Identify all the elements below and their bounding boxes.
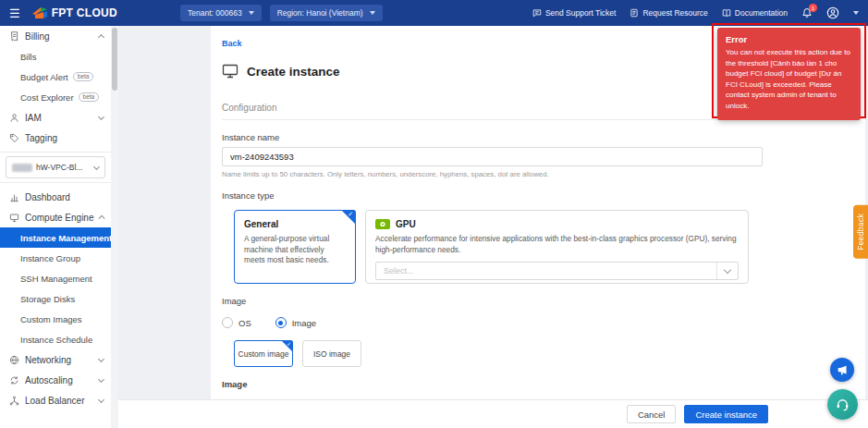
user-avatar-button[interactable] (826, 6, 839, 19)
chevron-down-icon (98, 375, 104, 382)
cancel-button[interactable]: Cancel (627, 405, 677, 423)
request-resource-icon (630, 8, 639, 18)
app-window: ☰ FPT CLOUD Tenant: 000663 Region: Hanoi… (0, 0, 868, 428)
beta-badge: beta (73, 72, 94, 82)
sidebar-divider (0, 152, 111, 153)
chevron-up-icon (98, 215, 104, 222)
radio-image-label: Image (292, 318, 316, 328)
sidebar-item-instance-group[interactable]: Instance Group (0, 248, 111, 268)
page-title: Create instance (247, 65, 340, 79)
chevron-down-icon (98, 113, 104, 119)
fpt-cloud-logo[interactable]: FPT CLOUD (32, 6, 117, 19)
sidebar-item-label: Instance Management (20, 233, 111, 243)
sidebar-navigation: Billing Bills Budget Alert beta Cost Exp… (0, 26, 111, 428)
sidebar-item-custom-images[interactable]: Custom Images (0, 309, 111, 329)
radio-os[interactable]: OS (222, 317, 251, 328)
image-section-label: Image (222, 296, 854, 306)
user-avatar-icon (826, 6, 839, 19)
sidebar-item-label: Autoscaling (25, 375, 73, 385)
check-icon: ✓ (348, 211, 353, 217)
sidebar-item-tagging[interactable]: Tagging (0, 128, 111, 148)
instance-name-input[interactable] (222, 147, 763, 166)
hamburger-menu-icon[interactable]: ☰ (9, 7, 20, 19)
sidebar-item-instance-schedule[interactable]: Instance Schedule (0, 329, 111, 349)
sidebar-item-label: Bills (20, 52, 36, 62)
brand-name: FPT CLOUD (52, 6, 117, 19)
sidebar-item-label: Compute Engine (25, 213, 94, 223)
chevron-down-icon (98, 396, 104, 402)
tab-iso-image-label: ISO image (313, 349, 350, 359)
sidebar-item-budget-alert[interactable]: Budget Alert beta (0, 67, 111, 87)
sidebar-item-billing[interactable]: Billing (0, 26, 111, 46)
image-type-tabs: ✓ Custom image ISO image (234, 340, 854, 367)
sidebar-item-label: SSH Management (20, 274, 92, 284)
documentation-label: Documentation (735, 8, 788, 18)
radio-image-circle[interactable] (275, 317, 287, 328)
top-navigation-bar: ☰ FPT CLOUD Tenant: 000663 Region: Hanoi… (0, 0, 868, 26)
sidebar-item-load-balancer[interactable]: Load Balancer (0, 390, 111, 410)
image-field-label: Image (222, 379, 854, 389)
feedback-tab[interactable]: Feedback (853, 205, 868, 259)
chevron-down-icon (249, 11, 254, 15)
sidebar-item-compute-engine[interactable]: Compute Engine (0, 207, 111, 227)
gpu-card-description: Accelerate performance for intensive app… (375, 234, 739, 255)
load-balancer-icon (9, 396, 19, 406)
sidebar-item-autoscaling[interactable]: Autoscaling (0, 370, 111, 390)
notifications-button[interactable]: 1 (801, 7, 813, 18)
error-toast-message: You can not execute this action due to t… (726, 47, 852, 112)
networking-icon (9, 355, 19, 365)
sidebar-item-iam[interactable]: IAM (0, 107, 111, 128)
sidebar-item-label: Billing (25, 31, 50, 42)
region-selector[interactable]: Region: Hanoi (Vietnam) (270, 5, 383, 21)
sidebar-divider (0, 182, 111, 183)
scrollbar-thumb[interactable] (112, 28, 117, 91)
autoscaling-icon (9, 375, 19, 385)
sidebar-item-instance-management[interactable]: Instance Management (0, 227, 111, 248)
announcement-fab-button[interactable] (830, 358, 854, 382)
region-label: Region: Hanoi (Vietnam) (277, 8, 363, 18)
chevron-up-icon (98, 34, 104, 41)
chevron-down-icon (93, 163, 100, 169)
sidebar-item-label: Instance Group (20, 253, 80, 263)
instance-type-general-card[interactable]: ✓ General A general-purpose virtual mach… (234, 210, 356, 284)
back-link[interactable]: Back (222, 39, 242, 48)
sidebar-item-cost-explorer[interactable]: Cost Explorer beta (0, 87, 111, 107)
tenant-label: Tenant: 000663 (188, 8, 242, 18)
notification-badge: 1 (809, 4, 817, 12)
gpu-select-dropdown[interactable]: Select... (375, 262, 739, 280)
tab-iso-image[interactable]: ISO image (302, 340, 361, 367)
chevron-down-icon (724, 265, 731, 273)
radio-os-circle[interactable] (222, 317, 233, 328)
check-icon: ✓ (287, 341, 291, 347)
instance-name-help: Name limits up to 50 characters. Only le… (222, 170, 854, 178)
support-agent-icon (835, 397, 850, 412)
gpu-select-placeholder: Select... (384, 266, 414, 275)
documentation-link[interactable]: Documentation (722, 8, 788, 18)
create-instance-button[interactable]: Create instance (684, 405, 768, 423)
account-menu-chevron-icon[interactable] (853, 11, 859, 15)
sidebar-item-networking[interactable]: Networking (0, 349, 111, 370)
sidebar-item-label: IAM (25, 113, 42, 123)
megaphone-icon (837, 364, 849, 376)
request-resource-link[interactable]: Request Resource (630, 8, 707, 18)
send-support-ticket-link[interactable]: Send Support Ticket (532, 8, 617, 18)
instance-type-gpu-card[interactable]: GPU Accelerate performance for intensive… (365, 210, 749, 284)
tab-custom-image[interactable]: ✓ Custom image (234, 340, 293, 367)
tenant-selector[interactable]: Tenant: 000663 (180, 5, 262, 21)
sidebar-item-bills[interactable]: Bills (0, 46, 111, 67)
sidebar-item-ssh-management[interactable]: SSH Management (0, 268, 111, 288)
sidebar-item-label: Networking (25, 355, 71, 365)
sidebar-item-dashboard[interactable]: Dashboard (0, 187, 111, 207)
sidebar-item-label: Instance Schedule (20, 335, 92, 345)
sidebar-item-storage-disks[interactable]: Storage Disks (0, 288, 111, 309)
sidebar-item-label: Tagging (25, 133, 57, 143)
error-toast[interactable]: Error You can not execute this action du… (717, 28, 861, 120)
support-agent-fab-button[interactable] (827, 389, 858, 420)
support-ticket-icon (532, 8, 542, 18)
vpc-selector[interactable]: hW-VPC-Bl... (6, 156, 105, 178)
compute-engine-icon (9, 213, 19, 223)
sidebar-item-label: Budget Alert (20, 72, 68, 82)
sidebar-item-label: Custom Images (20, 314, 82, 324)
documentation-icon (722, 8, 731, 18)
radio-image[interactable]: Image (275, 317, 316, 328)
